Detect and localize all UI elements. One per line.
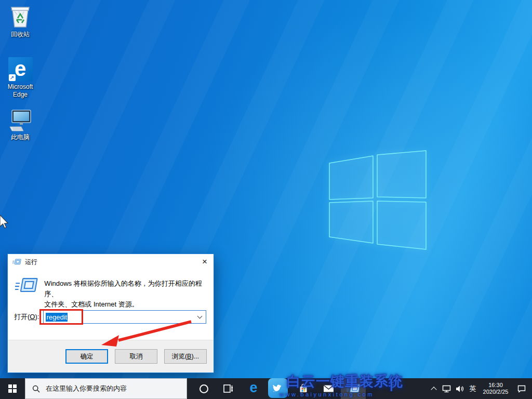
taskbar-search-box[interactable]: 在这里输入你要搜索的内容	[25, 378, 187, 399]
combobox-dropdown-button[interactable]	[193, 311, 206, 323]
mouse-cursor	[0, 214, 9, 230]
tray-clock[interactable]: 16:30 2020/2/25	[479, 378, 512, 399]
icon-label: 回收站	[11, 31, 30, 38]
recycle-bin-icon	[8, 4, 32, 29]
run-window-icon	[347, 383, 361, 394]
search-placeholder: 在这里输入你要搜索的内容	[46, 384, 127, 393]
tray-time: 16:30	[488, 382, 503, 389]
desktop-icon-recycle-bin[interactable]: 回收站	[1, 4, 40, 38]
run-dialog-titlebar[interactable]: 运行 ×	[8, 254, 214, 270]
description-line1: Windows 将根据你所输入的名称，为你打开相应的程序、	[44, 278, 209, 299]
taskbar-task-view-button[interactable]	[216, 378, 241, 399]
dialog-title: 运行	[25, 258, 196, 267]
start-button[interactable]	[0, 378, 25, 399]
browse-button[interactable]: 浏览(B)...	[164, 349, 207, 364]
tray-date: 2020/2/25	[483, 389, 509, 395]
taskbar-edge-button[interactable]: e	[241, 378, 266, 399]
taskbar-cortana-button[interactable]	[191, 378, 216, 399]
speaker-icon	[456, 385, 464, 393]
mail-icon	[323, 384, 334, 393]
action-center-button[interactable]	[512, 378, 531, 399]
notification-icon	[517, 385, 526, 393]
tray-ime-indicator[interactable]: 英	[467, 378, 479, 399]
twitter-bird-icon	[268, 378, 288, 398]
close-button[interactable]: ×	[196, 255, 214, 270]
run-dialog: 运行 × Windows 将根据你所输入的名称，为你打开相应的程序、 文件夹、文…	[7, 254, 214, 373]
this-pc-icon	[8, 107, 33, 132]
cortana-icon	[200, 384, 208, 393]
desktop: 回收站 e ↗ Microsoft Edge 此电脑	[0, 0, 532, 399]
search-icon	[32, 385, 40, 393]
taskbar-run-button[interactable]	[341, 378, 366, 399]
annotation-arrow	[98, 317, 192, 350]
chevron-up-icon	[431, 387, 436, 392]
annotation-highlight-box	[39, 309, 83, 325]
edge-icon: e	[249, 381, 257, 395]
tray-expand-button[interactable]	[428, 378, 440, 399]
desktop-icon-edge[interactable]: e ↗ Microsoft Edge	[1, 57, 40, 99]
shortcut-arrow-icon: ↗	[9, 74, 16, 81]
run-description: Windows 将根据你所输入的名称，为你打开相应的程序、 文件夹、文档或 In…	[15, 277, 209, 310]
run-window-icon	[12, 259, 21, 265]
taskbar-mail-button[interactable]	[316, 378, 341, 399]
chevron-down-icon	[197, 314, 202, 319]
desktop-icon-this-pc[interactable]: 此电脑	[1, 107, 40, 141]
tray-volume-button[interactable]	[453, 378, 467, 399]
start-icon	[8, 384, 17, 393]
edge-icon: e ↗	[8, 57, 33, 82]
monitor-network-icon	[442, 385, 451, 393]
task-view-icon	[223, 384, 234, 393]
close-icon: ×	[202, 257, 207, 267]
icon-label: Microsoft Edge	[1, 83, 40, 99]
system-tray: 英 16:30 2020/2/25	[428, 378, 532, 399]
tray-network-button[interactable]	[440, 378, 453, 399]
open-label: 打开(O):	[14, 312, 39, 322]
run-dialog-icon	[15, 277, 38, 295]
windows-logo	[325, 148, 429, 251]
taskbar: 在这里输入你要搜索的内容 e	[0, 378, 532, 399]
store-icon	[298, 383, 309, 394]
taskbar-store-button[interactable]	[291, 378, 316, 399]
ok-button[interactable]: 确定	[65, 349, 108, 364]
icon-label: 此电脑	[11, 134, 30, 141]
cancel-button[interactable]: 取消	[115, 349, 157, 364]
